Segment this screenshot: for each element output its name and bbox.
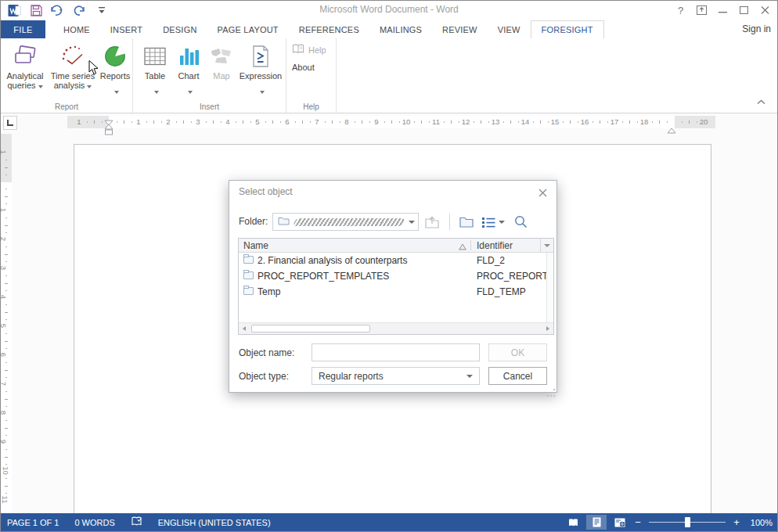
list-item[interactable]: PROC_REPORT_TEMPLATESPROC_REPORT_TE (239, 268, 553, 284)
view-mode-button[interactable] (481, 213, 505, 231)
column-header-name[interactable]: Name (243, 240, 268, 251)
zoom-slider[interactable] (649, 517, 726, 527)
ruler-number: 3 (196, 117, 200, 126)
right-indent-marker[interactable] (667, 123, 676, 137)
ruler-number: 6 (0, 353, 8, 357)
ruler-number: 7 (0, 382, 8, 386)
tab-insert[interactable]: INSERT (100, 20, 153, 38)
language-status[interactable]: ENGLISH (UNITED STATES) (158, 518, 271, 527)
scroll-right-icon[interactable] (542, 323, 553, 334)
proofing-status-icon[interactable] (131, 516, 142, 528)
web-layout-icon[interactable] (610, 515, 630, 530)
ruler-number: 7 (315, 117, 319, 126)
horizontal-ruler[interactable]: 112345678910111213141516171820 (67, 116, 715, 128)
ruler-number: 3 (0, 266, 8, 270)
tab-design[interactable]: DESIGN (153, 20, 207, 38)
search-button[interactable] (511, 213, 530, 231)
ribbon-group-report: Analytical queries Time series analysis … (1, 38, 133, 113)
cancel-button[interactable]: Cancel (488, 367, 547, 385)
horizontal-scrollbar[interactable] (239, 322, 553, 334)
sign-in-link[interactable]: Sign in (742, 23, 771, 34)
object-identifier: PROC_REPORT_TE (477, 271, 554, 282)
status-bar: PAGE 1 OF 1 0 WORDS ENGLISH (UNITED STAT… (1, 513, 777, 531)
tab-home[interactable]: HOME (53, 20, 100, 38)
zoom-out-button[interactable]: − (633, 516, 643, 528)
column-header-identifier[interactable]: Identifier (477, 240, 513, 251)
time-series-analysis-icon (61, 42, 85, 70)
tab-file[interactable]: FILE (1, 20, 45, 38)
ruler-number: 16 (581, 117, 589, 126)
ruler-number: 14 (521, 117, 530, 126)
vertical-scrollbar[interactable] (546, 253, 553, 322)
dropdown-caret-icon (260, 91, 265, 94)
ruler-number: 1 (0, 208, 8, 212)
vertical-ruler[interactable]: 11234567891011 (1, 113, 13, 515)
maximize-icon[interactable] (733, 2, 755, 18)
close-icon[interactable] (755, 2, 776, 18)
ruler-number: 9 (0, 440, 8, 444)
object-name-input[interactable] (312, 343, 480, 361)
zoom-slider-thumb[interactable] (685, 517, 690, 527)
dropdown-caret-icon (114, 91, 119, 94)
title-bar: Microsoft Word Document - Word ? (1, 1, 777, 20)
ruler-number: 11 (432, 117, 440, 126)
chart-button[interactable]: Chart (172, 38, 205, 101)
zoom-in-button[interactable]: + (732, 516, 741, 528)
resize-grip[interactable] (553, 389, 555, 390)
ruler-number: 20 (700, 117, 708, 126)
ruler-number: 17 (611, 117, 619, 126)
new-folder-button[interactable] (457, 213, 476, 231)
help-icon[interactable]: ? (670, 2, 691, 18)
dropdown-caret-icon (38, 85, 43, 88)
dialog-close-icon[interactable] (536, 186, 549, 199)
ruler-number: 1 (136, 117, 140, 126)
zoom-level[interactable]: 100% (744, 518, 773, 527)
ok-button: OK (488, 343, 547, 361)
reports-pie-icon (104, 42, 126, 70)
tab-review[interactable]: REVIEW (432, 20, 488, 38)
reports-button[interactable]: Reports (98, 38, 132, 101)
expression-button[interactable]: Expression (238, 38, 283, 101)
ruler-number: 6 (285, 117, 289, 126)
folder-combobox[interactable] (272, 213, 419, 231)
collapse-ribbon-icon[interactable] (754, 96, 768, 107)
tab-foresight[interactable]: FORESIGHT (531, 20, 604, 38)
about-button[interactable]: About (286, 59, 336, 75)
group-label-insert: Insert (133, 102, 286, 111)
scrollbar-thumb[interactable] (251, 325, 370, 332)
dialog-title: Select object (239, 186, 293, 197)
window-title: Microsoft Word Document - Word (1, 4, 777, 15)
table-button[interactable]: Table (139, 38, 171, 101)
word-window: Microsoft Word Document - Word ? FILE HO… (0, 0, 778, 532)
object-list: Name Identifier 2. Financial analysis of… (238, 238, 554, 335)
toolbar-separator (449, 214, 450, 230)
word-count-status[interactable]: 0 WORDS (74, 518, 114, 527)
tab-view[interactable]: VIEW (488, 20, 531, 38)
analytical-queries-button[interactable]: Analytical queries (2, 38, 48, 101)
column-filter-button[interactable] (540, 239, 553, 252)
scroll-left-icon[interactable] (239, 323, 250, 334)
print-layout-icon[interactable] (586, 515, 607, 530)
chart-icon (178, 42, 200, 70)
ruler-number: 5 (255, 117, 259, 126)
ruler-number: 1 (0, 150, 8, 154)
ruler-number: 8 (344, 117, 348, 126)
up-one-level-button (423, 213, 441, 231)
object-identifier: FLD_TEMP (477, 286, 526, 297)
minimize-icon[interactable] (712, 2, 733, 18)
list-item[interactable]: TempFLD_TEMP (239, 284, 553, 300)
analytical-queries-icon (13, 42, 38, 70)
object-identifier: FLD_2 (477, 255, 505, 266)
tab-mailings[interactable]: MAILINGS (369, 20, 432, 38)
ruler-number: 5 (0, 324, 8, 328)
ribbon-display-options-icon[interactable] (691, 2, 712, 18)
list-item[interactable]: 2. Financial analysis of counterpartsFLD… (239, 253, 553, 268)
tab-page-layout[interactable]: PAGE LAYOUT (207, 20, 289, 38)
tab-references[interactable]: REFERENCES (289, 20, 369, 38)
object-type-dropdown[interactable]: Regular reports (312, 367, 480, 385)
page-count-status[interactable]: PAGE 1 OF 1 (7, 518, 59, 527)
chevron-down-icon (544, 244, 550, 247)
select-object-dialog: Select object Folder: Name (229, 180, 557, 393)
hanging-indent-marker[interactable] (104, 124, 113, 139)
read-mode-icon[interactable] (563, 515, 583, 530)
